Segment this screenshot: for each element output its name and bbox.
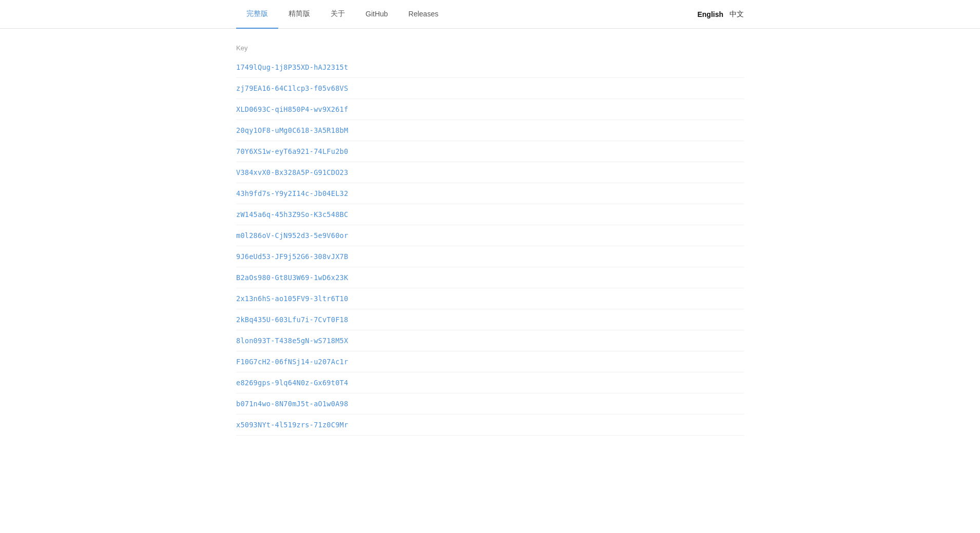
key-item[interactable]: 43h9fd7s-Y9y2I14c-Jb04EL32 xyxy=(236,183,744,204)
lang-btn-en[interactable]: English xyxy=(697,10,723,18)
key-item[interactable]: b071n4wo-8N70mJ5t-aO1w0A98 xyxy=(236,393,744,414)
key-item[interactable]: zj79EA16-64C1lcp3-f05v68VS xyxy=(236,78,744,99)
key-item[interactable]: B2aOs980-Gt8U3W69-1wD6x23K xyxy=(236,267,744,288)
lang-btn-zh[interactable]: 中文 xyxy=(729,10,744,19)
key-item[interactable]: 70Y6XS1w-eyT6a921-74LFu2b0 xyxy=(236,141,744,162)
section-label: Key xyxy=(236,44,744,52)
key-item[interactable]: x5093NYt-4l519zrs-71z0C9Mr xyxy=(236,414,744,436)
page-container: 完整版精简版关于GitHubReleases English中文 Key 174… xyxy=(0,0,980,533)
main-content: Key 1749lQug-1j8P35XD-hAJ2315tzj79EA16-6… xyxy=(0,29,980,451)
key-item[interactable]: 2kBq435U-603Lfu7i-7CvT0F18 xyxy=(236,309,744,330)
key-list: 1749lQug-1j8P35XD-hAJ2315tzj79EA16-64C1l… xyxy=(236,57,744,436)
key-item[interactable]: XLD0693C-qiH850P4-wv9X261f xyxy=(236,99,744,120)
key-item[interactable]: m0l286oV-CjN952d3-5e9V60or xyxy=(236,225,744,246)
key-item[interactable]: 1749lQug-1j8P35XD-hAJ2315t xyxy=(236,57,744,78)
key-item[interactable]: F10G7cH2-06fNSj14-u207Ac1r xyxy=(236,351,744,372)
key-item[interactable]: e8269gps-9lq64N0z-Gx69t0T4 xyxy=(236,372,744,393)
nav-tab-releases[interactable]: Releases xyxy=(398,0,449,29)
nav-tab-full[interactable]: 完整版 xyxy=(236,0,278,29)
key-item[interactable]: zW145a6q-45h3Z9So-K3c548BC xyxy=(236,204,744,225)
nav-tab-about[interactable]: 关于 xyxy=(320,0,355,29)
key-item[interactable]: 20qy1OF8-uMg0C618-3A5R18bM xyxy=(236,120,744,141)
nav-tab-simple[interactable]: 精简版 xyxy=(278,0,320,29)
key-item[interactable]: 9J6eUd53-JF9j52G6-308vJX7B xyxy=(236,246,744,267)
key-item[interactable]: 2x13n6hS-ao105FV9-3ltr6T10 xyxy=(236,288,744,309)
nav-lang: English中文 xyxy=(697,0,744,28)
nav-tabs: 完整版精简版关于GitHubReleases xyxy=(236,0,449,28)
key-item[interactable]: V384xvX0-Bx328A5P-G91CDO23 xyxy=(236,162,744,183)
key-item[interactable]: 8lon093T-T438e5gN-wS718M5X xyxy=(236,330,744,351)
nav-tab-github[interactable]: GitHub xyxy=(355,0,398,29)
nav-bar: 完整版精简版关于GitHubReleases English中文 xyxy=(0,0,980,29)
